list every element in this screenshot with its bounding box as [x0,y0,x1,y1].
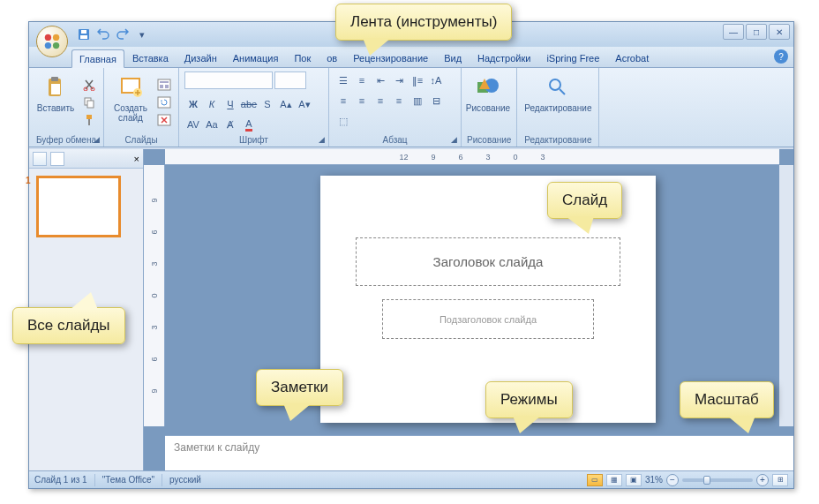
shadow-button[interactable]: S [259,95,276,113]
paragraph-launcher[interactable]: ◢ [448,134,459,145]
zoom-in-button[interactable]: + [756,474,769,486]
slideshow-view-button[interactable]: ▣ [626,474,642,486]
fit-button[interactable]: ⊞ [772,474,788,486]
vertical-scrollbar[interactable] [779,165,793,426]
notes-pane[interactable]: Заметки к слайду [165,435,793,470]
tab-home[interactable]: Главная [71,49,124,68]
qat-dropdown[interactable]: ▾ [133,26,151,43]
vertical-ruler[interactable]: 9 6 3 0 3 6 9 [144,165,165,426]
copy-button[interactable] [80,94,98,110]
align-center-button[interactable]: ≡ [353,92,371,109]
format-painter-button[interactable] [80,112,98,128]
cut-button[interactable] [80,77,98,93]
reset-icon [157,96,171,109]
zoom-percent[interactable]: 31% [645,475,663,485]
zoom-slider-thumb[interactable] [703,476,710,485]
delete-icon [157,114,171,126]
maximize-button[interactable]: □ [746,24,767,40]
drawing-button[interactable]: Рисование [467,71,509,133]
tab-design[interactable]: Дизайн [177,49,225,67]
svg-rect-5 [80,35,87,39]
justify-button[interactable]: ≡ [390,92,408,109]
drawing-big-label: Рисование [466,103,510,113]
statusbar: Слайд 1 из 1 "Тема Office" русский ▭ ▦ ▣… [29,470,793,488]
delete-slide-button[interactable] [155,112,173,128]
minimize-button[interactable]: — [723,24,744,40]
help-button[interactable]: ? [774,49,788,64]
tab-ispring[interactable]: iSpring Free [538,49,607,67]
svg-rect-13 [87,101,94,108]
svg-point-0 [45,34,51,41]
tab-insert[interactable]: Вставка [124,49,177,67]
bold-button[interactable]: Ж [184,95,202,113]
tab-acrobat[interactable]: Acrobat [607,49,657,67]
numbering-button[interactable]: ≡ [353,71,371,89]
convert-smartart-button[interactable]: ⬚ [334,112,352,130]
app-window: ▾ Презентаци — □ ✕ Главная Вставка Дизай… [28,21,794,489]
office-button[interactable] [36,26,68,57]
new-slide-label: Создать слайд [114,103,147,123]
tab-slideshow[interactable]: Пок [286,49,319,67]
svg-point-2 [45,42,51,49]
undo-button[interactable] [94,26,112,43]
svg-point-3 [53,42,59,49]
char-spacing-button[interactable]: AV [184,116,202,133]
align-left-button[interactable]: ≡ [334,92,352,109]
title-placeholder[interactable]: Заголовок слайда [356,237,620,286]
save-button[interactable] [75,26,93,43]
horizontal-ruler[interactable]: 12 9 6 3 0 3 [165,149,779,165]
editing-button[interactable]: Редактирование [522,71,593,133]
clear-format-button[interactable]: A̸ [222,116,239,133]
group-clipboard: Вставить Буфер обмена ◢ [29,68,104,147]
text-direction-button[interactable]: ↕A [427,71,445,89]
new-slide-button[interactable]: Создать слайд [109,71,152,133]
normal-view-button[interactable]: ▭ [587,474,603,486]
paste-icon [43,75,68,100]
reset-button[interactable] [155,94,173,110]
close-button[interactable]: ✕ [769,24,790,40]
status-language[interactable]: русский [169,475,201,485]
tab-slideshow2[interactable]: ов [319,49,345,67]
italic-button[interactable]: К [203,95,221,113]
close-panel-button[interactable]: × [134,154,139,164]
panel-tabs: × [29,149,143,169]
underline-button[interactable]: Ч [222,95,239,113]
decrease-indent-button[interactable]: ⇤ [372,71,389,89]
strikethrough-button[interactable]: abe [240,95,258,113]
font-label: Шрифт [184,133,323,145]
tab-addins[interactable]: Надстройки [470,49,538,67]
shrink-font-button[interactable]: A▾ [296,95,313,113]
callout-notes: Заметки [256,369,343,406]
paste-button[interactable]: Вставить [34,71,77,133]
cut-icon [83,79,95,91]
change-case-button[interactable]: Aa [203,116,221,133]
align-right-button[interactable]: ≡ [372,92,389,109]
bullets-button[interactable]: ☰ [334,71,352,89]
callout-ribbon: Лента (инструменты) [335,4,512,41]
zoom-slider[interactable] [682,478,753,482]
sorter-view-button[interactable]: ▦ [606,474,622,486]
grow-font-button[interactable]: A▴ [277,95,295,113]
slide-thumbnail[interactable] [36,176,121,237]
clipboard-label: Буфер обмена [34,133,98,145]
copy-icon [83,96,95,109]
redo-button[interactable] [114,26,131,43]
clipboard-launcher[interactable]: ◢ [91,134,101,145]
columns-button[interactable]: ▥ [409,92,426,109]
tab-animation[interactable]: Анимация [225,49,287,67]
zoom-out-button[interactable]: − [666,474,679,486]
outline-tab[interactable] [50,152,64,166]
svg-rect-20 [160,85,163,88]
slides-tab[interactable] [33,152,47,166]
font-size-combo[interactable] [274,71,306,89]
align-text-button[interactable]: ⊟ [427,92,445,109]
subtitle-placeholder[interactable]: Подзаголовок слайда [382,299,594,339]
font-launcher[interactable]: ◢ [316,134,327,145]
font-color-button[interactable]: A [240,116,258,133]
font-family-combo[interactable] [184,71,273,89]
layout-button[interactable] [155,77,173,93]
ribbon: Вставить Буфер обмена ◢ Создать слайд [29,68,793,147]
tab-view[interactable]: Вид [436,49,470,67]
increase-indent-button[interactable]: ⇥ [390,71,408,89]
line-spacing-button[interactable]: ‖≡ [409,71,426,89]
